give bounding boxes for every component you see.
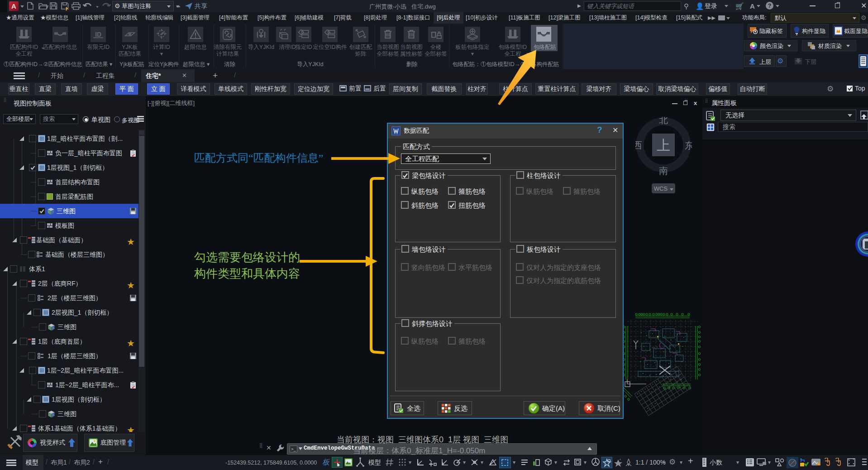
svg-text:上: 上 [657,138,670,153]
svg-text:南: 南 [659,166,668,176]
svg-text:北: 北 [659,117,668,125]
svg-text:WCS: WCS [654,185,668,192]
svg-text:ID: ID [95,31,101,38]
svg-text:东: 东 [685,140,692,150]
svg-text:西: 西 [635,140,642,150]
